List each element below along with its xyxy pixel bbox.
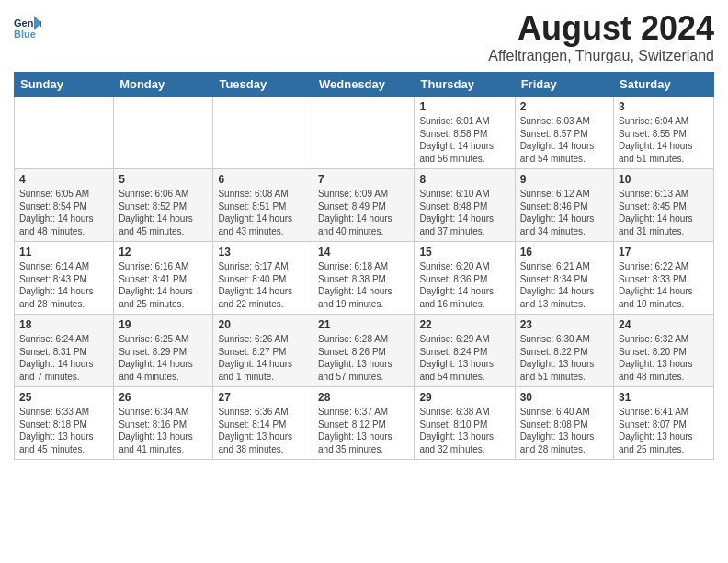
day-detail: Sunrise: 6:13 AM Sunset: 8:45 PM Dayligh… — [619, 188, 709, 237]
table-row: 7Sunrise: 6:09 AM Sunset: 8:49 PM Daylig… — [313, 169, 415, 242]
day-number: 3 — [619, 100, 709, 113]
header-monday: Monday — [114, 73, 213, 97]
day-detail: Sunrise: 6:17 AM Sunset: 8:40 PM Dayligh… — [218, 260, 308, 310]
day-detail: Sunrise: 6:04 AM Sunset: 8:55 PM Dayligh… — [619, 115, 709, 165]
day-detail: Sunrise: 6:08 AM Sunset: 8:51 PM Dayligh… — [218, 188, 308, 237]
table-row: 28Sunrise: 6:37 AM Sunset: 8:12 PM Dayli… — [313, 387, 415, 460]
day-number: 25 — [19, 391, 108, 404]
day-detail: Sunrise: 6:34 AM Sunset: 8:16 PM Dayligh… — [119, 406, 208, 455]
day-number: 12 — [119, 246, 208, 259]
page-title: August 2024 — [488, 9, 714, 48]
day-detail: Sunrise: 6:24 AM Sunset: 8:31 PM Dayligh… — [19, 333, 108, 383]
table-row: 15Sunrise: 6:20 AM Sunset: 8:36 PM Dayli… — [415, 242, 515, 315]
day-number: 11 — [19, 246, 108, 259]
day-detail: Sunrise: 6:14 AM Sunset: 8:43 PM Dayligh… — [19, 260, 108, 310]
table-row: 9Sunrise: 6:12 AM Sunset: 8:46 PM Daylig… — [515, 169, 613, 242]
day-detail: Sunrise: 6:37 AM Sunset: 8:12 PM Dayligh… — [318, 406, 409, 455]
table-row: 4Sunrise: 6:05 AM Sunset: 8:54 PM Daylig… — [15, 169, 114, 242]
header-sunday: Sunday — [15, 73, 114, 97]
table-row — [213, 97, 313, 169]
day-detail: Sunrise: 6:06 AM Sunset: 8:52 PM Dayligh… — [119, 188, 208, 237]
day-number: 10 — [619, 173, 709, 186]
table-row: 30Sunrise: 6:40 AM Sunset: 8:08 PM Dayli… — [515, 387, 613, 460]
table-row: 8Sunrise: 6:10 AM Sunset: 8:48 PM Daylig… — [415, 169, 515, 242]
day-detail: Sunrise: 6:22 AM Sunset: 8:33 PM Dayligh… — [619, 260, 709, 310]
table-row: 11Sunrise: 6:14 AM Sunset: 8:43 PM Dayli… — [15, 242, 114, 315]
calendar-header-row: Sunday Monday Tuesday Wednesday Thursday… — [15, 73, 714, 97]
day-number: 26 — [119, 391, 208, 404]
table-row: 31Sunrise: 6:41 AM Sunset: 8:07 PM Dayli… — [614, 387, 714, 460]
calendar-table: Sunday Monday Tuesday Wednesday Thursday… — [14, 72, 714, 460]
day-number: 6 — [218, 173, 308, 186]
header: General Blue August 2024 Affeltrangen, T… — [14, 9, 714, 64]
day-detail: Sunrise: 6:20 AM Sunset: 8:36 PM Dayligh… — [419, 260, 509, 310]
day-number: 31 — [619, 391, 709, 404]
day-detail: Sunrise: 6:21 AM Sunset: 8:34 PM Dayligh… — [520, 260, 609, 310]
header-wednesday: Wednesday — [313, 73, 415, 97]
day-detail: Sunrise: 6:05 AM Sunset: 8:54 PM Dayligh… — [19, 188, 108, 237]
day-number: 23 — [520, 318, 609, 331]
table-row: 13Sunrise: 6:17 AM Sunset: 8:40 PM Dayli… — [213, 242, 313, 315]
table-row: 5Sunrise: 6:06 AM Sunset: 8:52 PM Daylig… — [114, 169, 213, 242]
calendar-week-row: 11Sunrise: 6:14 AM Sunset: 8:43 PM Dayli… — [15, 242, 714, 315]
day-detail: Sunrise: 6:40 AM Sunset: 8:08 PM Dayligh… — [520, 406, 609, 455]
header-tuesday: Tuesday — [213, 73, 313, 97]
day-detail: Sunrise: 6:29 AM Sunset: 8:24 PM Dayligh… — [419, 333, 509, 383]
day-detail: Sunrise: 6:38 AM Sunset: 8:10 PM Dayligh… — [419, 406, 509, 455]
day-number: 1 — [419, 100, 509, 113]
table-row: 1Sunrise: 6:01 AM Sunset: 8:58 PM Daylig… — [415, 97, 515, 169]
day-detail: Sunrise: 6:30 AM Sunset: 8:22 PM Dayligh… — [520, 333, 609, 383]
logo: General Blue — [14, 14, 45, 41]
day-number: 20 — [218, 318, 308, 331]
day-number: 2 — [520, 100, 609, 113]
table-row: 6Sunrise: 6:08 AM Sunset: 8:51 PM Daylig… — [213, 169, 313, 242]
table-row — [313, 97, 415, 169]
day-detail: Sunrise: 6:36 AM Sunset: 8:14 PM Dayligh… — [218, 406, 308, 455]
day-detail: Sunrise: 6:33 AM Sunset: 8:18 PM Dayligh… — [19, 406, 108, 455]
table-row: 29Sunrise: 6:38 AM Sunset: 8:10 PM Dayli… — [415, 387, 515, 460]
table-row: 22Sunrise: 6:29 AM Sunset: 8:24 PM Dayli… — [415, 315, 515, 387]
table-row: 25Sunrise: 6:33 AM Sunset: 8:18 PM Dayli… — [15, 387, 114, 460]
table-row: 21Sunrise: 6:28 AM Sunset: 8:26 PM Dayli… — [313, 315, 415, 387]
day-number: 18 — [19, 318, 108, 331]
table-row: 12Sunrise: 6:16 AM Sunset: 8:41 PM Dayli… — [114, 242, 213, 315]
svg-text:Blue: Blue — [14, 29, 36, 40]
day-detail: Sunrise: 6:16 AM Sunset: 8:41 PM Dayligh… — [119, 260, 208, 310]
calendar-week-row: 4Sunrise: 6:05 AM Sunset: 8:54 PM Daylig… — [15, 169, 714, 242]
day-number: 27 — [218, 391, 308, 404]
day-number: 24 — [619, 318, 709, 331]
table-row: 17Sunrise: 6:22 AM Sunset: 8:33 PM Dayli… — [614, 242, 714, 315]
day-number: 17 — [619, 246, 709, 259]
title-area: August 2024 Affeltrangen, Thurgau, Switz… — [488, 9, 714, 64]
table-row: 27Sunrise: 6:36 AM Sunset: 8:14 PM Dayli… — [213, 387, 313, 460]
day-number: 21 — [318, 318, 409, 331]
day-detail: Sunrise: 6:26 AM Sunset: 8:27 PM Dayligh… — [218, 333, 308, 383]
day-detail: Sunrise: 6:32 AM Sunset: 8:20 PM Dayligh… — [619, 333, 709, 383]
table-row: 24Sunrise: 6:32 AM Sunset: 8:20 PM Dayli… — [614, 315, 714, 387]
day-number: 29 — [419, 391, 509, 404]
day-number: 13 — [218, 246, 308, 259]
day-number: 22 — [419, 318, 509, 331]
day-detail: Sunrise: 6:10 AM Sunset: 8:48 PM Dayligh… — [419, 188, 509, 237]
table-row — [114, 97, 213, 169]
day-number: 9 — [520, 173, 609, 186]
day-number: 7 — [318, 173, 409, 186]
table-row: 18Sunrise: 6:24 AM Sunset: 8:31 PM Dayli… — [15, 315, 114, 387]
table-row: 3Sunrise: 6:04 AM Sunset: 8:55 PM Daylig… — [614, 97, 714, 169]
calendar-week-row: 25Sunrise: 6:33 AM Sunset: 8:18 PM Dayli… — [15, 387, 714, 460]
calendar-week-row: 1Sunrise: 6:01 AM Sunset: 8:58 PM Daylig… — [15, 97, 714, 169]
day-number: 15 — [419, 246, 509, 259]
table-row: 10Sunrise: 6:13 AM Sunset: 8:45 PM Dayli… — [614, 169, 714, 242]
page-subtitle: Affeltrangen, Thurgau, Switzerland — [488, 48, 714, 64]
day-number: 30 — [520, 391, 609, 404]
day-detail: Sunrise: 6:03 AM Sunset: 8:57 PM Dayligh… — [520, 115, 609, 165]
day-number: 5 — [119, 173, 208, 186]
day-detail: Sunrise: 6:18 AM Sunset: 8:38 PM Dayligh… — [318, 260, 409, 310]
day-number: 14 — [318, 246, 409, 259]
header-thursday: Thursday — [415, 73, 515, 97]
table-row: 19Sunrise: 6:25 AM Sunset: 8:29 PM Dayli… — [114, 315, 213, 387]
day-number: 8 — [419, 173, 509, 186]
table-row: 26Sunrise: 6:34 AM Sunset: 8:16 PM Dayli… — [114, 387, 213, 460]
day-number: 16 — [520, 246, 609, 259]
logo-icon: General Blue — [14, 14, 41, 41]
